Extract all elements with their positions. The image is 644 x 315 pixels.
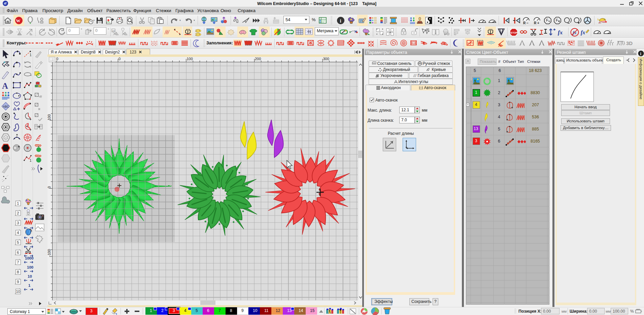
svg-text:8: 8 — [17, 270, 19, 274]
svg-text:3D: 3D — [626, 40, 633, 46]
svg-text:R −: R − — [523, 21, 529, 25]
svg-text:STOP: STOP — [511, 31, 518, 34]
svg-text:2: 2 — [17, 211, 19, 215]
svg-text:10: 10 — [16, 289, 20, 293]
svg-text:3: 3 — [17, 221, 19, 225]
svg-text:fx: fx — [581, 30, 585, 36]
svg-text:1: 1 — [30, 53, 32, 57]
svg-text:9: 9 — [17, 280, 19, 284]
svg-text:A: A — [2, 81, 8, 90]
svg-text:W: W — [4, 2, 7, 5]
svg-text:6: 6 — [17, 250, 19, 254]
svg-text:W: W — [16, 18, 21, 23]
svg-text:1: 1 — [17, 201, 19, 205]
svg-text:1: 1 — [30, 159, 32, 162]
svg-text:10: 10 — [112, 30, 115, 32]
svg-text:7: 7 — [17, 260, 19, 264]
svg-text:fx: fx — [558, 29, 563, 36]
svg-text:F: F — [546, 18, 548, 22]
svg-text:i: i — [340, 18, 341, 24]
svg-text:F: F — [556, 18, 558, 22]
svg-text:R +: R + — [534, 21, 539, 25]
svg-text:5: 5 — [17, 241, 19, 245]
svg-text:4: 4 — [17, 231, 19, 235]
svg-text:ABC: ABC — [3, 105, 9, 108]
